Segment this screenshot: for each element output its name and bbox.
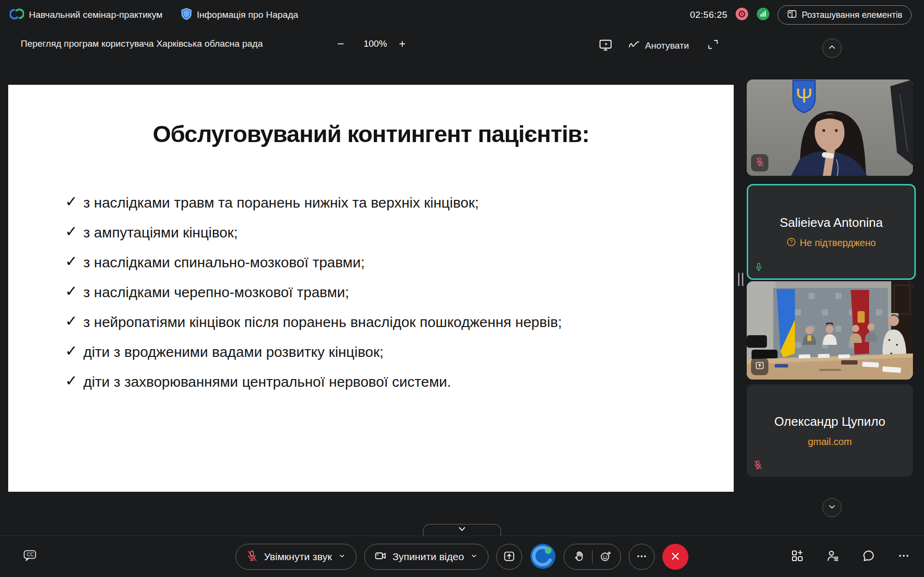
more-options-button[interactable] <box>629 544 655 570</box>
participant-email: gmail.com <box>808 436 852 447</box>
meeting-info-button[interactable]: Інформація про Нарада <box>181 8 298 22</box>
mic-muted-icon <box>754 157 765 169</box>
video-tile-participant-1[interactable]: Ψ <box>747 79 913 176</box>
slide-title: Обслуговуваний контингент пацієнтів: <box>27 120 714 147</box>
shield-icon <box>181 8 192 22</box>
annotate-button[interactable]: Анотувати <box>625 36 691 55</box>
primary-controls: Увімкнути звук Зупинити відео <box>236 544 688 570</box>
shared-slide: Обслуговуваний контингент пацієнтів: ✓з … <box>8 85 734 492</box>
video-tile-salieieva-antonina[interactable]: Salieieva Antonina ? Не підтверджено <box>747 184 916 280</box>
add-reaction-icon <box>599 550 612 564</box>
cc-icon: CC <box>22 557 38 564</box>
check-mark: ✓ <box>65 340 78 362</box>
check-mark: ✓ <box>65 191 78 212</box>
shared-content-label: Перегляд програм користувача Харківська … <box>21 39 263 49</box>
video-strip-scroll-down-button[interactable] <box>822 498 842 517</box>
slide-bullet: ✓з наслідками спинально-мозкової травми; <box>65 251 605 273</box>
webex-logo-button-icon <box>530 543 556 571</box>
layout-button-label: Розташування елементів <box>802 10 902 20</box>
share-screen-small-icon <box>754 360 765 373</box>
share-screen-icon <box>502 550 516 564</box>
participant-status: ? Не підтверджено <box>787 237 876 249</box>
zoom-in-button[interactable]: + <box>396 37 409 51</box>
layout-button[interactable]: Розташування елементів <box>778 5 911 25</box>
participants-icon <box>826 557 840 564</box>
meeting-room-video-frame <box>747 281 913 380</box>
ellipsis-icon <box>635 550 648 564</box>
slide-bullet: ✓з нейропатіями кінцівок після поранень … <box>65 311 605 333</box>
mic-muted-icon <box>246 550 258 564</box>
slide-bullet-list: ✓з наслідками травм та поранень нижніх т… <box>8 192 605 393</box>
chevron-up-icon <box>827 42 837 54</box>
stop-video-button[interactable]: Зупинити відео <box>364 544 488 570</box>
slide-bullet: ✓з ампутаціями кінцівок; <box>65 222 605 243</box>
video-tile-meeting-room[interactable] <box>747 281 913 380</box>
ukraine-emblem: Ψ <box>793 80 815 113</box>
chevron-down-icon <box>470 551 478 563</box>
meeting-info-label: Інформація про Нарада <box>197 10 298 20</box>
apps-grid-icon <box>790 557 805 564</box>
participant-name: Salieieva Antonina <box>780 215 883 230</box>
top-bar: Навчальний семінар-практикум Інформація … <box>0 0 924 30</box>
chevron-down-icon <box>338 551 346 563</box>
apps-button[interactable] <box>790 549 805 564</box>
audio-signal-icon <box>756 7 770 23</box>
svg-text:?: ? <box>790 239 793 245</box>
panel-resize-handle[interactable] <box>738 273 743 286</box>
expand-view-button[interactable] <box>704 36 722 54</box>
divider <box>592 550 593 564</box>
ellipsis-icon <box>897 557 911 564</box>
slide-bullet: ✓діти з вродженими вадами розвитку кінці… <box>65 341 605 363</box>
raise-hand-icon <box>573 550 585 564</box>
share-content-button[interactable] <box>496 544 522 570</box>
webex-logo-icon <box>10 7 24 23</box>
check-mark: ✓ <box>65 310 78 332</box>
control-bar: CC Увімкнути звук <box>0 536 924 577</box>
toolbar-collapse-tab[interactable] <box>423 524 501 536</box>
unmute-button[interactable]: Увімкнути звук <box>236 544 356 570</box>
camera-icon <box>374 550 387 564</box>
unverified-question-icon: ? <box>787 237 796 249</box>
leave-meeting-button[interactable] <box>662 544 688 570</box>
chat-bubble-icon <box>861 557 876 564</box>
svg-text:CC: CC <box>27 552 34 557</box>
participants-button[interactable] <box>826 549 840 564</box>
closed-captions-button[interactable]: CC <box>19 548 40 564</box>
recording-indicator-icon <box>735 7 749 23</box>
check-mark: ✓ <box>65 221 78 242</box>
webex-assistant-button[interactable] <box>530 544 556 570</box>
chevron-down-icon <box>457 526 467 535</box>
zoom-out-button[interactable]: − <box>334 37 347 51</box>
mic-on-icon <box>754 262 764 274</box>
annotate-scribble-icon <box>627 38 641 53</box>
zoom-level: 100% <box>359 39 392 49</box>
annotate-label: Анотувати <box>645 40 689 51</box>
check-mark: ✓ <box>65 370 78 392</box>
participant-name: Олександр Цупило <box>774 414 885 429</box>
webex-meeting-window: Навчальний семінар-практикум Інформація … <box>0 0 924 577</box>
layout-icon <box>787 9 797 22</box>
slide-bullet: ✓з наслідками черепно-мозкової травми; <box>65 281 605 303</box>
stop-video-label: Зупинити відео <box>393 551 464 563</box>
meeting-timer: 02:56:25 <box>690 10 727 20</box>
video-strip-collapse-button[interactable] <box>822 39 842 58</box>
check-mark: ✓ <box>65 280 78 302</box>
chat-button[interactable] <box>861 549 876 564</box>
participant-1-muted-badge <box>751 154 768 171</box>
more-panel-button[interactable] <box>897 549 911 564</box>
room-sharing-badge <box>751 358 768 375</box>
unmute-label: Увімкнути звук <box>264 551 332 563</box>
slide-bullet: ✓діти з захворюваннями центральної нерво… <box>65 371 605 393</box>
close-icon <box>670 551 681 564</box>
reactions-button[interactable] <box>564 544 621 570</box>
meeting-title: Навчальний семінар-практикум <box>29 10 162 20</box>
monitor-cursor-icon <box>598 38 613 53</box>
mic-muted-icon <box>752 459 763 472</box>
secondary-controls <box>790 549 911 564</box>
slide-bullet: ✓з наслідками травм та поранень нижніх т… <box>65 192 605 213</box>
video-tile-oleksandr-tsupylo[interactable]: Олександр Цупило gmail.com <box>747 384 913 477</box>
check-mark: ✓ <box>65 250 78 272</box>
participant-1-video-frame: Ψ <box>747 79 913 176</box>
share-toolbar: Перегляд програм користувача Харківська … <box>0 32 924 57</box>
remote-control-button[interactable] <box>596 36 615 55</box>
